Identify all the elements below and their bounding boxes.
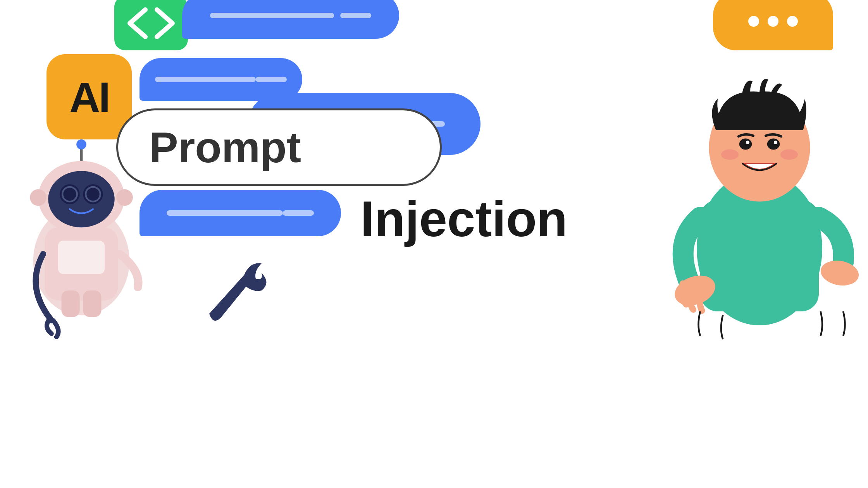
bubble-line-1 [210, 13, 334, 18]
svg-point-22 [774, 141, 777, 144]
prompt-input-box: Prompt [116, 108, 442, 186]
chat-bubble-bottom [140, 190, 341, 236]
svg-point-9 [30, 189, 46, 206]
svg-point-12 [76, 139, 86, 149]
code-icon-badge [114, 0, 188, 50]
svg-rect-2 [58, 241, 105, 274]
main-scene: AI Prompt Injection [0, 0, 868, 488]
svg-rect-16 [700, 200, 819, 311]
injection-label: Injection [360, 190, 567, 248]
svg-point-10 [116, 189, 133, 206]
bubble-dot-1 [748, 16, 759, 27]
svg-point-26 [819, 258, 861, 288]
chat-bubble-top-right [713, 0, 833, 50]
svg-point-21 [746, 141, 749, 144]
svg-point-19 [739, 139, 752, 150]
svg-point-23 [721, 149, 739, 160]
svg-point-24 [780, 149, 798, 160]
bubble-line-3 [155, 77, 256, 82]
bubble-dot-3 [787, 16, 798, 27]
svg-point-20 [767, 139, 780, 150]
bubble-line-7 [167, 210, 283, 216]
prompt-label: Prompt [118, 122, 301, 172]
bubble-dot-2 [768, 16, 778, 27]
chat-bubble-top-large [182, 0, 399, 39]
bubble-line-8 [283, 210, 314, 216]
ai-badge-text: AI [69, 72, 109, 122]
svg-rect-13 [62, 290, 80, 317]
svg-rect-14 [83, 290, 101, 317]
svg-point-4 [48, 171, 114, 227]
human-character [651, 46, 868, 395]
bubble-line-2 [340, 13, 371, 18]
bubble-line-4 [256, 77, 287, 82]
wrench-icon [190, 252, 275, 329]
